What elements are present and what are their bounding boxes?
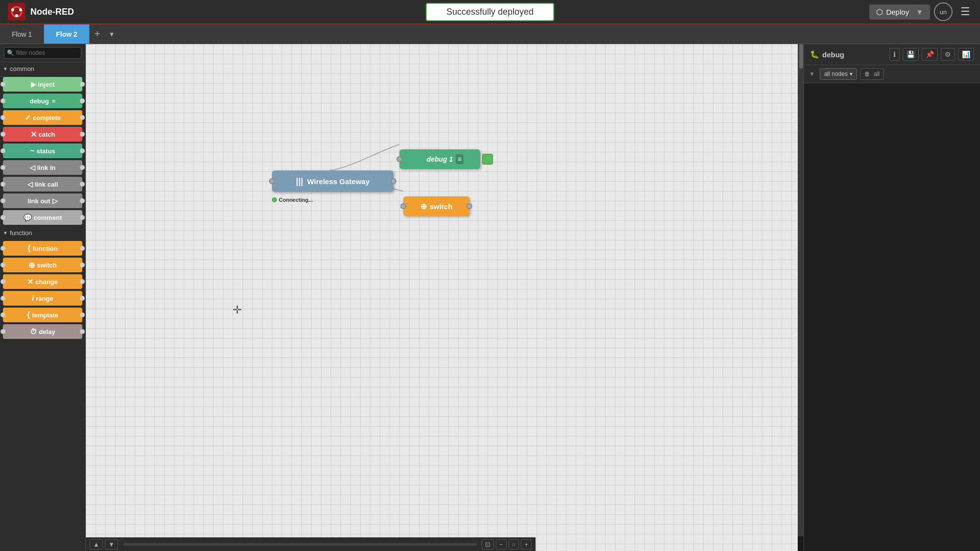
list-item[interactable]: ⊕ switch	[3, 257, 82, 273]
canvas-right-scrollbar[interactable]	[798, 44, 804, 536]
zoom-reset-btn[interactable]: ○	[509, 539, 519, 550]
gateway-icon: |||	[296, 176, 303, 187]
horizontal-scrollbar[interactable]	[123, 543, 477, 546]
deploy-icon: ⬡	[876, 7, 883, 17]
link-call-node[interactable]: ◁ link call	[3, 177, 82, 192]
topbar-right: ⬡ Deploy ▼ un ☰	[869, 2, 980, 21]
function-node[interactable]: { function	[3, 241, 82, 256]
all-nodes-filter[interactable]: all nodes ▾	[820, 68, 857, 80]
settings-button[interactable]: ⚙	[941, 48, 955, 61]
list-item[interactable]: ◁ link in	[3, 160, 82, 175]
port-left	[396, 156, 402, 162]
port-left	[400, 203, 406, 209]
port-left	[0, 165, 5, 170]
sidebar: 🔍 ▾ common ▶ inject debu	[0, 44, 86, 551]
zoom-down-btn[interactable]: ▼	[105, 539, 118, 550]
catch-node[interactable]: ✕ catch	[3, 127, 82, 142]
bottom-bar: ▲ ▼ ⊡ − ○ +	[86, 537, 536, 551]
zoom-up-btn[interactable]: ▲	[90, 539, 103, 550]
list-item[interactable]: link out ▷	[3, 193, 82, 209]
range-node[interactable]: i range	[3, 291, 82, 306]
debug-1-node[interactable]: debug 1 ≡	[399, 149, 480, 169]
svg-rect-0	[8, 3, 25, 21]
canvas-scroll-thumb	[799, 44, 803, 69]
debug-list-button[interactable]: ≡	[456, 154, 464, 164]
port-left	[0, 296, 5, 301]
fit-view-btn[interactable]: ⊡	[482, 539, 494, 550]
comment-node[interactable]: 💬 comment	[3, 210, 82, 225]
deploy-status-banner: Successfully deployed	[426, 3, 554, 21]
port-left	[0, 82, 5, 87]
zoom-out-btn[interactable]: −	[496, 539, 507, 550]
link-in-node[interactable]: ◁ link in	[3, 160, 82, 175]
connections-svg	[86, 44, 798, 551]
port-left	[0, 198, 5, 203]
deploy-button[interactable]: ⬡ Deploy ▼	[869, 4, 930, 20]
port-left	[269, 178, 275, 184]
port-right	[80, 182, 85, 187]
port-right	[391, 178, 396, 184]
port-right	[80, 263, 85, 267]
port-left	[0, 148, 5, 153]
debug-node[interactable]: debug ≡	[3, 94, 82, 108]
template-node[interactable]: { template	[3, 308, 82, 322]
debug-green-button[interactable]	[482, 154, 493, 165]
port-right	[466, 203, 472, 209]
topbar: Node-RED Successfully deployed ⬡ Deploy …	[0, 0, 980, 24]
wireless-gateway-node[interactable]: ||| Wireless Gateway Connecting...	[272, 170, 393, 192]
clear-debug-button[interactable]: 🗑 all	[860, 68, 884, 80]
list-item[interactable]: ⏱ delay	[3, 324, 82, 339]
port-right	[80, 312, 85, 317]
port-left	[0, 246, 5, 251]
list-item[interactable]: ✕ change	[3, 274, 82, 289]
chevron-down-icon: ▾	[4, 66, 7, 72]
tab-flow2[interactable]: Flow 2	[44, 24, 90, 44]
search-icon: 🔍	[7, 49, 14, 56]
filter-nodes-area: 🔍	[0, 44, 85, 62]
list-item[interactable]: { function	[3, 240, 82, 256]
link-out-node[interactable]: link out ▷	[3, 193, 82, 208]
tab-options-button[interactable]: ▾	[105, 24, 119, 44]
app-title: Node-RED	[30, 7, 74, 17]
canvas-area[interactable]: ||| Wireless Gateway Connecting... debug…	[86, 44, 798, 551]
menu-button[interactable]: ☰	[956, 3, 974, 20]
pin-button[interactable]: 📌	[922, 48, 938, 61]
list-item[interactable]: { template	[3, 307, 82, 323]
delay-node[interactable]: ⏱ delay	[3, 324, 82, 339]
zoom-in-btn[interactable]: +	[521, 539, 532, 550]
change-node[interactable]: ✕ change	[3, 274, 82, 289]
cursor-crosshair: ✛	[233, 304, 242, 316]
switch-icon: ⊕	[420, 202, 427, 211]
list-item[interactable]: debug ≡	[3, 93, 82, 109]
list-item[interactable]: i range	[3, 290, 82, 306]
debug-panel: 🐛 debug ℹ 💾 📌 ⚙ 📊 ▼ all nodes ▾ 🗑 all	[804, 44, 980, 551]
inject-node[interactable]: ▶ inject	[3, 77, 82, 92]
port-right	[80, 98, 85, 103]
status-node[interactable]: ~ status	[3, 144, 82, 158]
filter-nodes-input[interactable]	[4, 47, 81, 59]
port-left	[0, 215, 5, 220]
list-item[interactable]: ▶ inject	[3, 76, 82, 92]
port-left	[0, 115, 5, 120]
debug-title: 🐛 debug	[810, 50, 844, 59]
port-right	[80, 132, 85, 137]
section-function[interactable]: ▾ function	[0, 226, 85, 240]
info-button[interactable]: ℹ	[889, 48, 900, 61]
list-item[interactable]: ◁ link call	[3, 176, 82, 192]
chevron-down-icon: ▾	[4, 230, 7, 236]
tab-flow1[interactable]: Flow 1	[0, 24, 44, 44]
save-button[interactable]: 💾	[903, 48, 919, 61]
list-item[interactable]: ✕ catch	[3, 126, 82, 142]
complete-node[interactable]: ✓ complete	[3, 110, 82, 125]
list-item[interactable]: ~ status	[3, 143, 82, 159]
section-common[interactable]: ▾ common	[0, 62, 85, 75]
chart-button[interactable]: 📊	[958, 48, 974, 61]
switch-node-sidebar[interactable]: ⊕ switch	[3, 258, 82, 272]
user-button[interactable]: un	[934, 2, 953, 21]
add-tab-button[interactable]: +	[90, 24, 105, 44]
svg-point-3	[19, 8, 22, 11]
list-item[interactable]: ✓ complete	[3, 110, 82, 125]
port-left	[0, 279, 5, 284]
switch-canvas-node[interactable]: ⊕ switch	[403, 196, 469, 216]
list-item[interactable]: 💬 comment	[3, 210, 82, 225]
